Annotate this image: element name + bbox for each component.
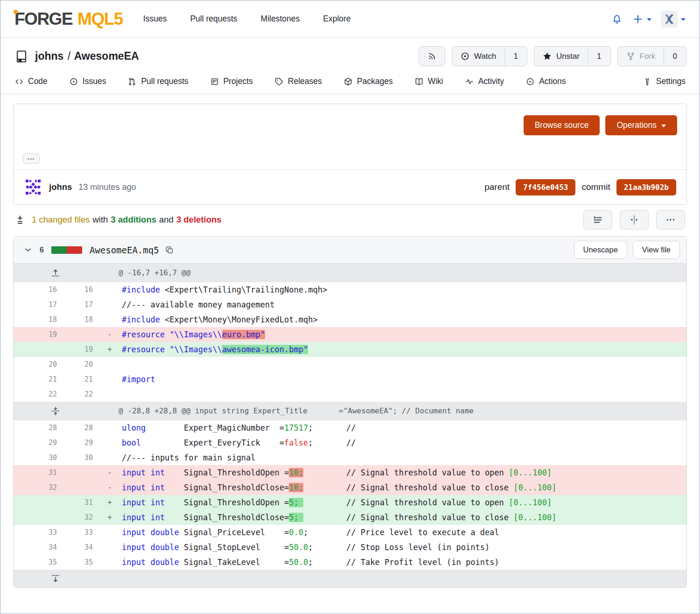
- old-line-number[interactable]: 30: [14, 450, 63, 465]
- split-diff-button[interactable]: [620, 210, 649, 230]
- new-line-number[interactable]: 30: [63, 450, 98, 465]
- new-line-number[interactable]: 22: [63, 387, 98, 402]
- expand-down-icon[interactable]: [14, 570, 98, 587]
- nav-pull-requests[interactable]: Pull requests: [190, 14, 237, 24]
- tab-pull-requests[interactable]: Pull requests: [127, 77, 188, 86]
- nav-milestones[interactable]: Milestones: [261, 14, 300, 24]
- old-line-number[interactable]: 31: [14, 465, 63, 480]
- new-line-number[interactable]: [63, 327, 98, 342]
- parent-hash-button[interactable]: 7f456e0453: [516, 179, 575, 195]
- expand-up-icon[interactable]: [14, 264, 98, 282]
- old-line-number[interactable]: 20: [14, 357, 63, 372]
- watch-count[interactable]: 1: [504, 47, 527, 66]
- user-avatar[interactable]: [661, 11, 678, 28]
- old-line-number[interactable]: 16: [14, 282, 63, 297]
- tab-releases[interactable]: Releases: [274, 77, 322, 86]
- old-line-number[interactable]: 34: [14, 540, 63, 555]
- show-full-message-button[interactable]: ...: [23, 154, 40, 164]
- rss-button[interactable]: [419, 46, 445, 66]
- new-line-number[interactable]: [63, 465, 98, 480]
- old-line-number[interactable]: 17: [14, 297, 63, 312]
- old-line-number[interactable]: 32: [14, 480, 63, 495]
- unified-diff-button[interactable]: [583, 210, 612, 230]
- star-count[interactable]: 1: [588, 47, 610, 66]
- old-line-number[interactable]: 22: [14, 387, 63, 402]
- new-line-number[interactable]: 31: [63, 495, 98, 510]
- code-line: [122, 387, 686, 402]
- old-line-number[interactable]: 35: [14, 555, 63, 570]
- tab-projects[interactable]: Projects: [210, 77, 253, 86]
- new-line-number[interactable]: 20: [63, 357, 98, 372]
- logo-mql5-text: MQL5: [77, 9, 123, 29]
- code-line: #import: [122, 372, 686, 387]
- tab-packages[interactable]: Packages: [343, 77, 393, 86]
- unstar-button[interactable]: Unstar: [534, 47, 588, 66]
- site-logo[interactable]: FORGE MQL5: [14, 9, 123, 29]
- diff-more-options-button[interactable]: [656, 210, 685, 230]
- new-line-number[interactable]: 35: [63, 555, 98, 570]
- context-line-row: 1818#include <Expert\Money\MoneyFixedLot…: [14, 312, 686, 327]
- notifications-bell-icon[interactable]: [611, 13, 623, 25]
- fork-button[interactable]: Fork: [618, 47, 664, 66]
- copy-file-path-icon[interactable]: [165, 245, 174, 255]
- diff-marker: +: [98, 510, 122, 525]
- nav-explore[interactable]: Explore: [323, 14, 350, 24]
- new-line-number[interactable]: 18: [63, 312, 98, 327]
- author-avatar[interactable]: [24, 178, 42, 196]
- old-line-number[interactable]: 33: [14, 525, 63, 540]
- old-line-number[interactable]: 19: [14, 327, 63, 342]
- repo-name-link[interactable]: AwesomeEA: [74, 50, 139, 62]
- new-line-number[interactable]: 32: [63, 510, 98, 525]
- tab-issues[interactable]: Issues: [69, 77, 106, 86]
- watch-button[interactable]: Watch: [452, 47, 504, 66]
- commit-hash-button[interactable]: 21aa3b902b: [616, 179, 676, 195]
- old-line-number[interactable]: [14, 510, 63, 525]
- user-menu[interactable]: [661, 11, 686, 28]
- create-new-button[interactable]: [632, 14, 651, 25]
- new-line-number[interactable]: 29: [63, 435, 98, 450]
- tab-settings[interactable]: Settings: [643, 77, 686, 86]
- old-line-number[interactable]: [14, 495, 63, 510]
- new-line-number[interactable]: 33: [63, 525, 98, 540]
- tab-wiki[interactable]: Wiki: [414, 77, 443, 86]
- tab-activity[interactable]: Activity: [465, 77, 504, 86]
- old-line-number[interactable]: 21: [14, 372, 63, 387]
- author-name-link[interactable]: johns: [49, 182, 72, 192]
- issue-icon: [69, 77, 78, 86]
- tab-code[interactable]: Code: [14, 77, 48, 86]
- operations-button[interactable]: Operations: [605, 115, 677, 135]
- expand-up-down-icon[interactable]: [14, 402, 98, 420]
- pulse-icon: [465, 77, 474, 86]
- new-line-number[interactable]: 17: [63, 297, 98, 312]
- old-line-number[interactable]: [14, 342, 63, 357]
- context-line-row: 3535input double Signal_TakeLevel =50.0;…: [14, 555, 686, 570]
- repo-owner-link[interactable]: johns: [35, 50, 63, 62]
- logo-forge-text: FORGE: [14, 9, 72, 29]
- tab-actions[interactable]: Actions: [525, 77, 566, 86]
- new-line-number[interactable]: 21: [63, 372, 98, 387]
- diff-view-options: [583, 210, 685, 230]
- diff-marker: [98, 435, 122, 450]
- browse-source-button[interactable]: Browse source: [524, 115, 600, 135]
- new-line-number[interactable]: 19: [63, 342, 98, 357]
- new-line-number[interactable]: 34: [63, 540, 98, 555]
- view-file-button[interactable]: View file: [633, 241, 680, 259]
- new-line-number[interactable]: 28: [63, 420, 98, 435]
- new-line-number[interactable]: [63, 480, 98, 495]
- collapse-file-chevron-icon[interactable]: [24, 246, 32, 254]
- wrench-icon: [643, 77, 652, 86]
- old-line-number[interactable]: 28: [14, 420, 63, 435]
- caret-down-icon: [661, 125, 666, 127]
- old-line-number[interactable]: 29: [14, 435, 63, 450]
- diff-marker: [98, 450, 122, 465]
- nav-issues[interactable]: Issues: [143, 14, 167, 24]
- added-line-row: 19+#resource "\\Images\\awesomea-icon.bm…: [14, 342, 686, 357]
- old-line-number[interactable]: 18: [14, 312, 63, 327]
- hunk-header-text: [98, 570, 686, 587]
- fork-count[interactable]: 0: [664, 47, 686, 66]
- new-line-number[interactable]: 16: [63, 282, 98, 297]
- navbar-right: [611, 11, 686, 28]
- changed-files-link[interactable]: 1 changed files: [32, 215, 90, 225]
- deleted-line-row: 19-#resource "\\Images\\euro.bmp": [14, 327, 686, 342]
- unescape-button[interactable]: Unescape: [574, 241, 627, 259]
